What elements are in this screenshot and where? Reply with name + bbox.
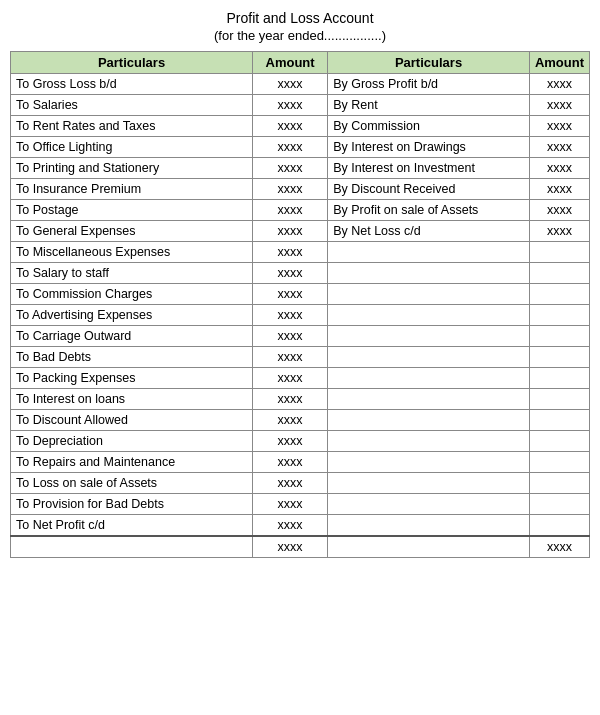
right-amount (529, 494, 589, 515)
left-particular: To Postage (11, 200, 253, 221)
right-amount: xxxx (529, 179, 589, 200)
right-amount (529, 263, 589, 284)
left-particular: To Gross Loss b/d (11, 74, 253, 95)
right-amount (529, 431, 589, 452)
left-amount: xxxx (253, 515, 328, 537)
left-particular: To Advertising Expenses (11, 305, 253, 326)
right-particular (328, 473, 530, 494)
left-amount: xxxx (253, 116, 328, 137)
left-amount: xxxx (253, 368, 328, 389)
left-particular: To Salary to staff (11, 263, 253, 284)
left-amount: xxxx (253, 347, 328, 368)
left-amount: xxxx (253, 389, 328, 410)
left-amount: xxxx (253, 158, 328, 179)
header-particulars-left: Particulars (11, 52, 253, 74)
left-amount: xxxx (253, 74, 328, 95)
right-amount (529, 368, 589, 389)
right-particular (328, 452, 530, 473)
left-amount: xxxx (253, 326, 328, 347)
right-particular: By Rent (328, 95, 530, 116)
left-amount: xxxx (253, 95, 328, 116)
left-amount: xxxx (253, 137, 328, 158)
left-particular (11, 536, 253, 558)
right-amount (529, 305, 589, 326)
right-amount (529, 410, 589, 431)
left-amount: xxxx (253, 410, 328, 431)
left-particular: To Depreciation (11, 431, 253, 452)
left-particular: To Repairs and Maintenance (11, 452, 253, 473)
right-particular (328, 431, 530, 452)
left-amount: xxxx (253, 431, 328, 452)
right-particular: By Profit on sale of Assets (328, 200, 530, 221)
left-particular: To Provision for Bad Debts (11, 494, 253, 515)
left-particular: To Interest on loans (11, 389, 253, 410)
right-particular (328, 536, 530, 558)
right-particular (328, 305, 530, 326)
right-amount: xxxx (529, 200, 589, 221)
left-particular: To Carriage Outward (11, 326, 253, 347)
right-particular: By Net Loss c/d (328, 221, 530, 242)
right-amount: xxxx (529, 221, 589, 242)
left-particular: To Net Profit c/d (11, 515, 253, 537)
right-amount (529, 326, 589, 347)
left-amount: xxxx (253, 284, 328, 305)
left-amount: xxxx (253, 221, 328, 242)
right-particular (328, 368, 530, 389)
right-amount (529, 347, 589, 368)
left-amount: xxxx (253, 494, 328, 515)
right-amount: xxxx (529, 536, 589, 558)
left-particular: To Miscellaneous Expenses (11, 242, 253, 263)
page-title: Profit and Loss Account (10, 10, 590, 26)
left-amount: xxxx (253, 242, 328, 263)
right-particular: By Interest on Drawings (328, 137, 530, 158)
left-particular: To General Expenses (11, 221, 253, 242)
left-particular: To Packing Expenses (11, 368, 253, 389)
left-amount: xxxx (253, 473, 328, 494)
right-particular (328, 284, 530, 305)
right-particular (328, 242, 530, 263)
left-amount: xxxx (253, 179, 328, 200)
left-amount: xxxx (253, 452, 328, 473)
right-particular (328, 515, 530, 537)
right-particular: By Gross Profit b/d (328, 74, 530, 95)
left-amount: xxxx (253, 200, 328, 221)
left-amount: xxxx (253, 536, 328, 558)
left-particular: To Commission Charges (11, 284, 253, 305)
left-particular: To Bad Debts (11, 347, 253, 368)
left-amount: xxxx (253, 305, 328, 326)
right-amount (529, 284, 589, 305)
page-subtitle: (for the year ended................) (10, 28, 590, 43)
right-amount: xxxx (529, 158, 589, 179)
left-particular: To Salaries (11, 95, 253, 116)
right-particular (328, 494, 530, 515)
left-particular: To Insurance Premium (11, 179, 253, 200)
left-particular: To Rent Rates and Taxes (11, 116, 253, 137)
right-particular (328, 263, 530, 284)
right-amount: xxxx (529, 74, 589, 95)
right-particular (328, 410, 530, 431)
header-particulars-right: Particulars (328, 52, 530, 74)
left-amount: xxxx (253, 263, 328, 284)
right-amount (529, 473, 589, 494)
right-amount (529, 515, 589, 537)
right-amount: xxxx (529, 116, 589, 137)
right-amount: xxxx (529, 95, 589, 116)
right-amount: xxxx (529, 137, 589, 158)
right-particular: By Discount Received (328, 179, 530, 200)
right-particular (328, 347, 530, 368)
right-amount (529, 242, 589, 263)
left-particular: To Printing and Stationery (11, 158, 253, 179)
header-amount-right: Amount (529, 52, 589, 74)
left-particular: To Discount Allowed (11, 410, 253, 431)
right-particular: By Interest on Investment (328, 158, 530, 179)
right-particular (328, 389, 530, 410)
right-amount (529, 389, 589, 410)
profit-loss-table: Particulars Amount Particulars Amount To… (10, 51, 590, 558)
left-particular: To Loss on sale of Assets (11, 473, 253, 494)
right-amount (529, 452, 589, 473)
right-particular (328, 326, 530, 347)
header-amount-left: Amount (253, 52, 328, 74)
left-particular: To Office Lighting (11, 137, 253, 158)
right-particular: By Commission (328, 116, 530, 137)
